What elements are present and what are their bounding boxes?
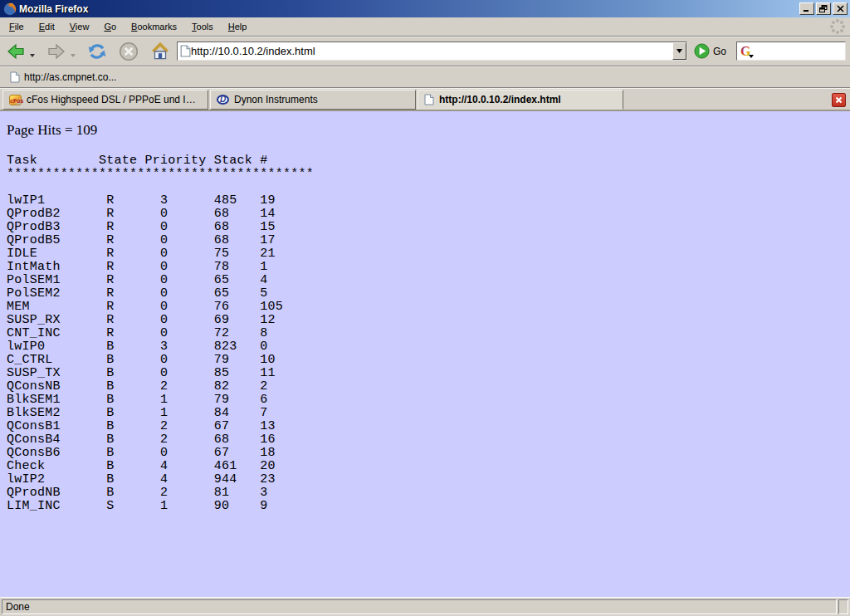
svg-text:G: G: [740, 44, 751, 58]
bookmark-item[interactable]: http://as.cmpnet.co...: [5, 70, 121, 85]
page-content: Page Hits = 109 Task State Priority Stac…: [0, 111, 850, 597]
minimize-icon: [803, 5, 811, 12]
title-bar: Mozilla Firefox: [0, 0, 850, 17]
menu-bookmarks[interactable]: Bookmarks: [124, 19, 184, 34]
forward-history-caret[interactable]: [71, 54, 76, 57]
bookmark-label: http://as.cmpnet.co...: [24, 71, 116, 83]
tab-label: http://10.0.10.2/index.html: [439, 94, 561, 105]
home-button[interactable]: [149, 40, 172, 63]
url-input[interactable]: [191, 43, 672, 59]
resize-grip[interactable]: [838, 599, 848, 614]
back-icon: [5, 42, 27, 61]
menu-items: FileEditViewGoBookmarksToolsHelp: [2, 19, 828, 34]
close-icon: [835, 96, 843, 104]
throbber-icon: [828, 17, 847, 36]
back-button[interactable]: [4, 41, 27, 62]
minimize-button[interactable]: [799, 2, 814, 15]
page-icon: [10, 71, 20, 83]
chevron-down-icon: [677, 49, 682, 53]
search-input[interactable]: [755, 44, 845, 59]
home-icon: [149, 41, 171, 62]
menu-file[interactable]: File: [2, 19, 32, 34]
window-title: Mozilla Firefox: [19, 3, 799, 15]
page-icon: [180, 45, 191, 57]
google-logo-icon[interactable]: G: [739, 44, 755, 59]
tab-bar: cFoscFos Highspeed DSL / PPPoE und ISDN …: [0, 88, 850, 111]
firefox-icon: [3, 2, 17, 16]
close-button[interactable]: [833, 2, 848, 15]
menu-bar: FileEditViewGoBookmarksToolsHelp: [0, 17, 850, 37]
restore-icon: [819, 5, 828, 12]
navigation-toolbar: Go G: [0, 37, 850, 66]
page-hits-text: Page Hits = 109: [7, 122, 843, 139]
menu-edit[interactable]: Edit: [32, 19, 62, 34]
dynon-icon: D: [217, 95, 229, 105]
stop-icon: [118, 41, 139, 62]
search-bar[interactable]: G: [736, 42, 846, 61]
task-table: Task State Priority Stack # ************…: [7, 154, 843, 513]
tabs: cFoscFos Highspeed DSL / PPPoE und ISDN …: [2, 90, 625, 110]
close-tab-button[interactable]: [832, 93, 846, 107]
tab-3[interactable]: http://10.0.10.2/index.html: [418, 90, 623, 110]
location-bar[interactable]: [177, 42, 687, 61]
status-bar: Done: [0, 597, 850, 616]
forward-icon: [46, 42, 67, 61]
reload-button[interactable]: [85, 40, 109, 63]
page-icon: [424, 94, 434, 105]
cfos-icon: cFos: [9, 95, 22, 105]
back-history-caret[interactable]: [30, 54, 35, 57]
status-text: Done: [2, 599, 837, 614]
go-button[interactable]: Go: [692, 42, 731, 61]
tab-label: cFos Highspeed DSL / PPPoE und ISDN CAP.…: [27, 94, 202, 105]
tab-2[interactable]: DDynon Instruments: [210, 90, 416, 110]
browser-window: Mozilla Firefox FileEditViewGoBookmarksT…: [0, 0, 850, 616]
forward-button[interactable]: [45, 41, 68, 62]
tab-label: Dynon Instruments: [234, 94, 318, 105]
stop-button[interactable]: [117, 40, 140, 63]
restore-button[interactable]: [816, 2, 831, 15]
url-dropdown-button[interactable]: [672, 42, 686, 60]
menu-go[interactable]: Go: [96, 19, 124, 34]
menu-tools[interactable]: Tools: [184, 19, 221, 34]
go-icon: [694, 43, 710, 59]
tab-1[interactable]: cFoscFos Highspeed DSL / PPPoE und ISDN …: [2, 90, 208, 110]
close-icon: [837, 5, 844, 12]
bookmarks-toolbar: http://as.cmpnet.co...: [0, 66, 850, 88]
menu-help[interactable]: Help: [221, 19, 255, 34]
go-label: Go: [713, 46, 726, 57]
reload-icon: [86, 41, 108, 62]
menu-view[interactable]: View: [62, 19, 97, 34]
